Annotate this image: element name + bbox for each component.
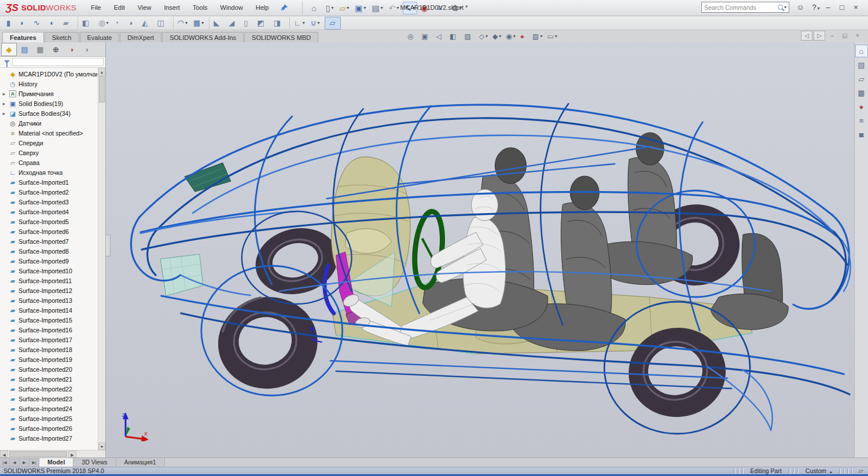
close-button[interactable]: ×▾ [851, 2, 865, 13]
mirror-glass-panel[interactable] [185, 163, 231, 192]
dropdown-arrow-icon[interactable]: ▾ [540, 34, 542, 39]
previous-window-icon[interactable]: ◁ [801, 31, 812, 41]
section-view-icon[interactable]: ◧ ▾ [448, 31, 461, 42]
tree-item[interactable]: ▸ Surface-Imported16 [0, 325, 98, 335]
print-icon[interactable]: ▤ ▾ [370, 2, 385, 14]
tire-front[interactable] [212, 291, 323, 395]
scroll-right-button[interactable]: ▶ [68, 451, 76, 457]
scroll-thumb[interactable] [99, 76, 105, 102]
dimxpertmanager-tab[interactable]: ⊕ [48, 43, 64, 56]
tree-item[interactable]: ▸ Solid Bodies(19) [0, 98, 98, 108]
tree-item[interactable]: ▸ Surface-Imported4 [0, 207, 98, 217]
dropdown-arrow-icon[interactable]: ▾ [303, 20, 305, 25]
view-settings-icon[interactable]: ▭ ▾ [545, 31, 558, 42]
search-commands-box[interactable]: ▾ [701, 2, 789, 13]
tree-item[interactable]: ▸ Surface-Imported14 [0, 305, 98, 315]
menu-item[interactable]: Window [214, 0, 249, 16]
dropdown-arrow-icon[interactable]: ▾ [332, 5, 334, 10]
tree-item[interactable]: ▸ Surface-Imported13 [0, 295, 98, 305]
configurationmanager-tab[interactable]: ▦ [32, 43, 48, 56]
save-icon[interactable]: ▣ ▾ [352, 2, 368, 14]
document-tab[interactable]: Model [39, 458, 73, 467]
appearances-scenes-icon[interactable]: ● [855, 100, 868, 113]
scroll-down-button[interactable]: ▼ [98, 442, 105, 450]
menu-item[interactable]: Insert [157, 0, 186, 16]
tree-item[interactable]: ▸ Примечания [0, 89, 98, 98]
menu-item[interactable]: Edit [108, 0, 131, 16]
expand-arrow-icon[interactable]: ▸ [0, 101, 8, 107]
extruded-boss-base-icon[interactable]: ▮ ▾ [4, 17, 16, 30]
revolved-boss-base-icon[interactable]: ◗ ▾ [17, 17, 30, 30]
tree-item[interactable]: ▸ Surface-Imported26 [0, 423, 98, 433]
close-doc-icon[interactable]: × [852, 31, 863, 41]
tree-item[interactable]: ▸ Surface-Imported17 [0, 335, 98, 345]
tree-vertical-scrollbar[interactable]: ▲ ▼ [98, 68, 105, 450]
draft-icon[interactable]: ◢ ▾ [226, 17, 240, 30]
tree-item[interactable]: ▸ Surface-Imported21 [0, 374, 98, 384]
solidworks-resources-icon[interactable]: ⌂ [855, 45, 868, 57]
tree-item[interactable]: ▸ Surface-Imported1 [0, 177, 98, 187]
view-orientation-icon[interactable]: ◇ ▾ [477, 31, 490, 42]
dropdown-arrow-icon[interactable]: ▾ [413, 5, 415, 10]
solidworks-forum-icon[interactable]: ◙ [855, 128, 868, 141]
custom-properties-icon[interactable]: ≡ [855, 114, 868, 127]
tree-filter-input[interactable] [12, 58, 104, 66]
car-model-scene[interactable] [106, 42, 854, 457]
view-palette-icon[interactable]: ▦ [855, 86, 868, 99]
document-tab[interactable]: Анимация1 [116, 458, 165, 467]
last-sheet-button[interactable]: ▶| [30, 458, 39, 467]
intersect-icon[interactable]: ◩ ▾ [255, 17, 270, 30]
undo-icon[interactable]: ↶ ▾ [387, 2, 402, 14]
displaymanager-tab[interactable]: ◑ [64, 43, 79, 56]
help-button[interactable]: ?▾ [809, 2, 823, 13]
graphics-viewport[interactable]: Z X [106, 42, 854, 457]
dropdown-arrow-icon[interactable]: ▾ [513, 34, 516, 39]
dropdown-arrow-icon[interactable]: ▾ [459, 5, 462, 10]
dropdown-arrow-icon[interactable]: ▾ [317, 20, 319, 25]
instant3d-icon[interactable]: ▱ ▾ [325, 17, 341, 30]
options-gear-icon[interactable]: ⚙ ▾ [449, 2, 465, 14]
pin-menu-icon[interactable] [281, 3, 288, 12]
tree-item[interactable]: ▸ Сверху [0, 148, 98, 158]
swept-cut-icon[interactable]: ◑ ▾ [126, 17, 138, 30]
previous-view-icon[interactable]: ◁ ▾ [435, 31, 447, 42]
home-icon[interactable]: ⌂ ▾ [309, 2, 322, 14]
tree-item[interactable]: ▸ Surface-Imported2 [0, 187, 98, 197]
command-tab[interactable]: SOLIDWORKS Add-Ins [162, 32, 244, 42]
tree-item[interactable]: ▸ Surface-Imported7 [0, 236, 98, 246]
menu-item[interactable]: Help [249, 0, 275, 16]
propertymanager-tab[interactable]: ▤ [17, 43, 32, 56]
file-explorer-icon[interactable]: ▱ [855, 72, 868, 85]
tree-item[interactable]: ▸ Surface-Imported18 [0, 345, 98, 354]
hole-wizard-icon[interactable]: ◎ ▾ [96, 17, 111, 30]
minimize-doc-icon[interactable]: – [826, 31, 838, 41]
tree-item[interactable]: ▸ Surface-Imported23 [0, 394, 98, 404]
curves-icon[interactable]: ∪ ▾ [308, 17, 322, 30]
menu-item[interactable]: View [131, 0, 158, 16]
tire-front-inner[interactable] [248, 219, 345, 303]
tree-item[interactable]: ▸ Исходная точка [0, 167, 98, 177]
mirror-icon[interactable]: ◨ ▾ [271, 17, 286, 30]
user-icon[interactable]: ☺▾ [795, 2, 809, 13]
rib-icon[interactable]: ◣ ▾ [209, 17, 225, 30]
lofted-boss-base-icon[interactable]: ◖ ▾ [47, 17, 60, 30]
design-library-icon[interactable]: ▤ [855, 58, 868, 71]
tree-item[interactable]: ▸ Surface-Imported22 [0, 384, 98, 394]
next-window-icon[interactable]: ▷ [814, 31, 825, 41]
zoom-to-fit-icon[interactable]: ◎ ▾ [406, 31, 419, 42]
tree-item[interactable]: ▸ Surface-Imported19 [0, 354, 98, 364]
tree-item[interactable]: ▸ Surface-Imported12 [0, 285, 98, 295]
dropdown-arrow-icon[interactable]: ▾ [347, 5, 349, 10]
quick-tips-icon[interactable]: ▱ [854, 467, 868, 475]
file-properties-icon[interactable]: ≡ ▾ [435, 2, 448, 14]
dropdown-arrow-icon[interactable]: ▾ [185, 20, 187, 25]
tree-item[interactable]: ▸ Surface-Imported11 [0, 276, 98, 285]
tree-item[interactable]: ▸ Material <not specified> [0, 128, 98, 138]
boundary-cut-icon[interactable]: ◫ ▾ [155, 17, 170, 30]
menu-item[interactable]: Tools [186, 0, 214, 16]
tree-item[interactable]: ▸ Surface-Imported20 [0, 364, 98, 374]
scroll-up-button[interactable]: ▲ [98, 68, 105, 75]
3d-drawing-view-icon[interactable]: ▨ ▾ [462, 31, 476, 42]
command-tab[interactable]: Sketch [45, 32, 79, 42]
minimize-button[interactable]: –▾ [823, 2, 837, 13]
